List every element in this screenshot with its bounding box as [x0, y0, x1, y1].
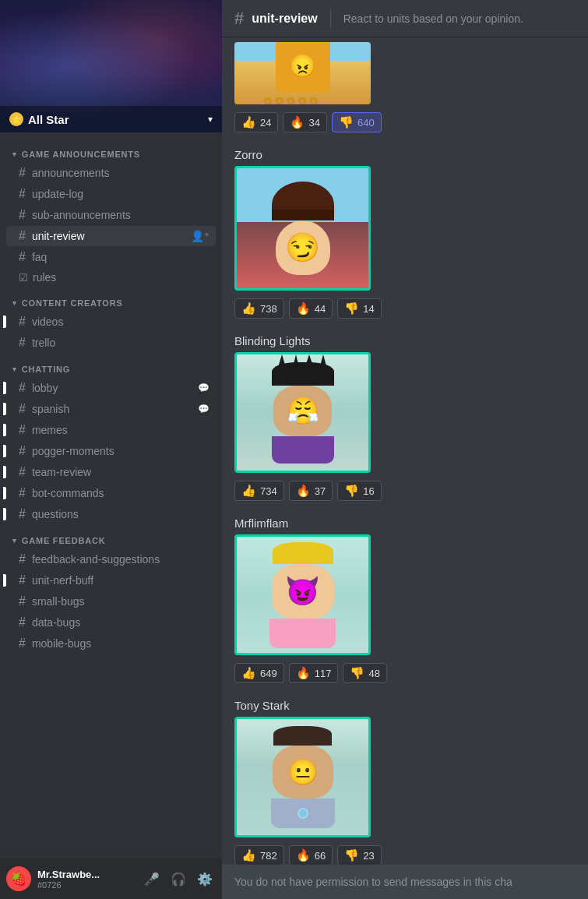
channel-questions[interactable]: # questions [6, 504, 216, 524]
zorro-face: 😏 [276, 220, 330, 275]
hash-icon: # [19, 444, 26, 458]
reaction-fire[interactable]: 🔥 117 [289, 663, 339, 683]
channel-name: mobile-bugs [32, 637, 209, 650]
channel-memes[interactable]: # memes [6, 420, 216, 440]
channel-header-hash: # [234, 9, 244, 29]
channel-name: bot-commands [32, 487, 209, 499]
chat-bubble-icon: 💬 [198, 404, 209, 414]
ts-body: 😐 [271, 726, 335, 828]
bl-shirt [272, 436, 334, 464]
deafen-icon[interactable]: 🎧 [167, 869, 189, 890]
channel-lobby[interactable]: # lobby 💬 [6, 378, 216, 398]
channel-data-bugs[interactable]: # data-bugs [6, 612, 216, 633]
channel-videos[interactable]: # videos [6, 312, 216, 332]
reaction-count: 16 [363, 485, 374, 497]
hash-icon: # [19, 402, 26, 416]
reaction-fire[interactable]: 🔥 66 [289, 845, 333, 865]
channel-spanish[interactable]: # spanish 💬 [6, 399, 216, 419]
hash-icon: # [19, 166, 26, 180]
mute-mic-icon[interactable]: 🎤 [141, 869, 163, 890]
reaction-thumbsdown[interactable]: 👎 23 [337, 845, 381, 865]
channel-name: spanish [32, 403, 193, 415]
main-content: # unit-review React to units based on yo… [222, 0, 588, 899]
hat-top [283, 182, 322, 213]
channel-feedback-and-suggestions[interactable]: # feedback-and-suggestions [6, 549, 216, 569]
reaction-thumbsdown[interactable]: 👎 48 [343, 663, 386, 683]
header-divider [330, 9, 331, 28]
no-permission-bar: You do not have permission to send messa… [222, 865, 588, 899]
rules-check-icon: ☑ [19, 272, 28, 284]
add-person-icon[interactable]: 👤⁺ [191, 230, 209, 242]
channel-small-bugs[interactable]: # small-bugs [6, 591, 216, 612]
hash-icon: # [19, 507, 26, 521]
reactions-bl: 👍 734 🔥 37 👎 16 [234, 481, 576, 501]
channel-name: team-review [32, 466, 209, 478]
category-content-creators[interactable]: ▾ CONTENT CREATORS [0, 287, 222, 311]
channel-name: memes [32, 424, 209, 436]
channel-unit-review[interactable]: # unit-review 👤⁺ [6, 226, 216, 246]
category-game-feedback[interactable]: ▾ GAME FEEDBACK [0, 525, 222, 548]
unit-char-bg-ts: 😐 [237, 719, 368, 835]
channel-faq[interactable]: # faq [6, 247, 216, 267]
reaction-thumbsup[interactable]: 👍 24 [234, 112, 278, 132]
server-header: ⭐ All Star ▾ [0, 0, 222, 132]
reaction-thumbsup[interactable]: 👍 782 [234, 845, 284, 865]
reaction-thumbsdown[interactable]: 👎 14 [337, 298, 381, 319]
reaction-fire[interactable]: 🔥 34 [283, 112, 326, 132]
channels-list: ▾ GAME ANNOUNCEMENTS # announcements # u… [0, 132, 222, 858]
reaction-thumbsup[interactable]: 👍 649 [234, 663, 284, 683]
unit-name-tony-stark: Tony Stark [234, 699, 576, 712]
server-name-row[interactable]: ⭐ All Star [9, 112, 69, 126]
channel-name: announcements [32, 167, 209, 179]
channel-sub-announcements[interactable]: # sub-announcements [6, 205, 216, 225]
channel-pogger-moments[interactable]: # pogger-moments [6, 441, 216, 461]
messages-area: 😠 9 9 9 9 9 👍 24 🔥 34 👎 640 [222, 37, 588, 865]
settings-icon[interactable]: ⚙️ [194, 869, 216, 890]
channel-update-log[interactable]: # update-log [6, 184, 216, 204]
channel-bot-commands[interactable]: # bot-commands [6, 483, 216, 503]
reaction-count: 34 [308, 117, 319, 129]
reaction-thumbsup[interactable]: 👍 734 [234, 481, 284, 501]
reaction-fire[interactable]: 🔥 37 [289, 481, 333, 501]
channel-name: sub-announcements [32, 209, 209, 221]
spike [305, 354, 314, 368]
unit-image-zorro: 😏 [234, 166, 371, 291]
reaction-count: 782 [260, 850, 277, 862]
reaction-fire[interactable]: 🔥 44 [289, 298, 333, 319]
unit-char-bg: 😠 9 9 9 9 9 [234, 42, 371, 104]
user-avatar: 🍓 [6, 866, 31, 891]
channel-name: pogger-moments [32, 445, 209, 457]
unit-name-zorro: Zorro [234, 148, 576, 161]
unit-entry-zorro: Zorro 😏 👍 738 [234, 148, 576, 319]
user-info: Mr.Strawbe... #0726 [37, 869, 135, 890]
server-menu-chevron[interactable]: ▾ [208, 114, 213, 125]
arc-reactor [298, 808, 308, 819]
category-chatting[interactable]: ▾ CHATTING [0, 354, 222, 377]
unit-image-top: 😠 9 9 9 9 9 [234, 42, 371, 104]
reaction-count: 738 [260, 303, 277, 315]
channel-mobile-bugs[interactable]: # mobile-bugs [6, 633, 216, 654]
channel-announcements[interactable]: # announcements [6, 163, 216, 183]
reaction-thumbsdown[interactable]: 👎 16 [337, 481, 381, 501]
unit-char-body: 😠 9 9 9 9 9 [256, 42, 350, 104]
username: Mr.Strawbe... [37, 869, 135, 880]
fire-emoji: 🔥 [290, 115, 305, 129]
reaction-count: 117 [315, 668, 332, 679]
reaction-count: 48 [368, 668, 379, 679]
channel-team-review[interactable]: # team-review [6, 462, 216, 482]
ts-hair [273, 726, 332, 746]
channel-trello[interactable]: # trello [6, 333, 216, 353]
reaction-thumbsup[interactable]: 👍 738 [234, 298, 284, 319]
channel-rules[interactable]: ☑ rules [6, 268, 216, 287]
reaction-thumbsdown[interactable]: 👎 640 [332, 112, 382, 132]
category-game-announcements[interactable]: ▾ GAME ANNOUNCEMENTS [0, 139, 222, 162]
thumbsup-emoji: 👍 [241, 484, 256, 498]
reaction-count: 734 [260, 485, 277, 497]
bl-body: 😤 [272, 362, 334, 464]
channel-unit-nerf-buff[interactable]: # unit-nerf-buff [6, 570, 216, 591]
unit-image-tony-stark: 😐 [234, 717, 371, 837]
unit-char-bg-mf: 😈 [237, 537, 368, 653]
category-label: GAME FEEDBACK [22, 536, 106, 545]
reaction-count: 24 [260, 117, 271, 129]
category-arrow: ▾ [12, 150, 17, 158]
